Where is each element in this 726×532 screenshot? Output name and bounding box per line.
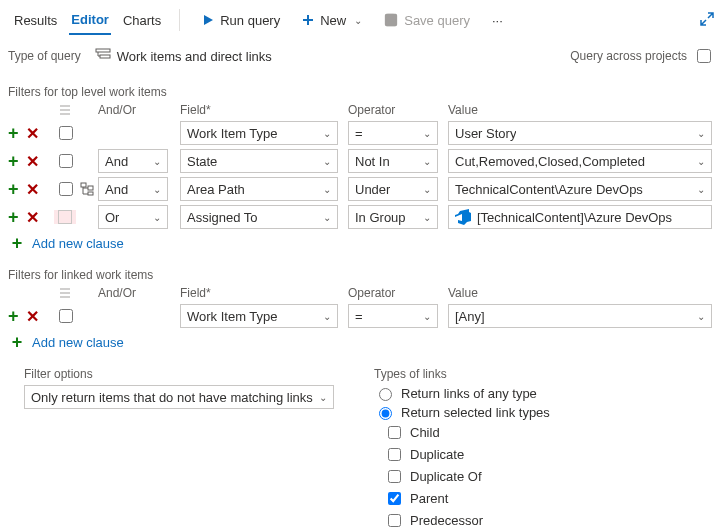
add-clause-icon[interactable]: + xyxy=(8,179,19,199)
plus-icon: + xyxy=(8,233,26,254)
radio-any-label: Return links of any type xyxy=(401,386,537,401)
clause-row: + ✕ Work Item Type ⌄ = ⌄ [Any] ⌄ xyxy=(0,302,726,330)
azure-devops-icon xyxy=(455,209,471,225)
andor-select[interactable]: Or ⌄ xyxy=(98,205,168,229)
add-clause-icon[interactable]: + xyxy=(8,123,19,143)
link-type-checkbox[interactable] xyxy=(388,514,401,527)
group-checkbox[interactable] xyxy=(54,179,76,199)
chevron-down-icon: ⌄ xyxy=(423,156,431,167)
value-select[interactable]: Cut,Removed,Closed,Completed ⌄ xyxy=(448,149,712,173)
value-select[interactable]: [Any] ⌄ xyxy=(448,304,712,328)
plus-icon: + xyxy=(8,332,26,353)
link-type-checkbox[interactable] xyxy=(388,448,401,461)
header-andor: And/Or xyxy=(98,103,180,117)
add-clause-linked[interactable]: + Add new clause xyxy=(0,330,124,359)
link-type-checkbox[interactable] xyxy=(388,426,401,439)
chevron-down-icon: ⌄ xyxy=(697,184,705,195)
radio-any-type[interactable] xyxy=(379,388,392,401)
group-checkbox[interactable] xyxy=(54,306,76,326)
chevron-down-icon: ⌄ xyxy=(697,311,705,322)
group-checkbox[interactable] xyxy=(54,151,76,171)
andor-select[interactable]: And ⌄ xyxy=(98,177,168,201)
play-icon xyxy=(202,14,214,26)
link-type-label: Duplicate Of xyxy=(410,469,482,484)
expand-button[interactable] xyxy=(700,12,714,29)
linked-filters-header: And/Or Field* Operator Value xyxy=(0,284,726,302)
operator-select[interactable]: Not In ⌄ xyxy=(348,149,438,173)
top-filters-caption: Filters for top level work items xyxy=(0,77,726,101)
add-clause-top[interactable]: + Add new clause xyxy=(0,231,124,260)
operator-select[interactable]: In Group ⌄ xyxy=(348,205,438,229)
add-clause-icon[interactable]: + xyxy=(8,151,19,171)
svg-rect-5 xyxy=(81,183,86,187)
chevron-down-icon: ⌄ xyxy=(354,15,362,26)
filter-options-select[interactable]: Only return items that do not have match… xyxy=(24,385,334,409)
svg-rect-2 xyxy=(388,21,395,26)
chevron-down-icon: ⌄ xyxy=(423,184,431,195)
add-clause-icon[interactable]: + xyxy=(8,306,19,326)
query-type-value[interactable]: Work items and direct links xyxy=(117,49,272,64)
new-button[interactable]: New ⌄ xyxy=(296,9,368,32)
save-query-label: Save query xyxy=(404,13,470,28)
expand-icon xyxy=(700,12,714,26)
remove-clause-icon[interactable]: ✕ xyxy=(26,125,39,142)
header-operator: Operator xyxy=(348,286,448,300)
value-select[interactable]: TechnicalContent\Azure DevOps ⌄ xyxy=(448,177,712,201)
query-type-label: Type of query xyxy=(8,49,81,63)
link-type-checkbox[interactable] xyxy=(388,492,401,505)
operator-select[interactable]: = ⌄ xyxy=(348,304,438,328)
svg-rect-3 xyxy=(96,49,110,52)
remove-clause-icon[interactable]: ✕ xyxy=(26,181,39,198)
radio-selected-label: Return selected link types xyxy=(401,405,550,420)
field-select[interactable]: State ⌄ xyxy=(180,149,338,173)
radio-selected-types[interactable] xyxy=(379,407,392,420)
tab-editor[interactable]: Editor xyxy=(69,6,111,35)
group-icon xyxy=(54,288,76,298)
group-checkbox[interactable] xyxy=(54,210,76,224)
tab-results[interactable]: Results xyxy=(12,7,59,34)
value-input[interactable]: [TechnicalContent]\Azure DevOps xyxy=(448,205,712,229)
add-clause-label: Add new clause xyxy=(32,335,124,350)
remove-clause-icon[interactable]: ✕ xyxy=(26,153,39,170)
link-type-label: Parent xyxy=(410,491,448,506)
toolbar: Results Editor Charts Run query New ⌄ Sa… xyxy=(0,0,726,40)
group-icon xyxy=(54,105,76,115)
value-select[interactable]: User Story ⌄ xyxy=(448,121,712,145)
svg-rect-6 xyxy=(88,186,93,190)
more-actions-button[interactable]: ··· xyxy=(486,9,509,32)
operator-select[interactable]: Under ⌄ xyxy=(348,177,438,201)
link-type-label: Duplicate xyxy=(410,447,464,462)
remove-clause-icon[interactable]: ✕ xyxy=(26,308,39,325)
query-type-row: Type of query Work items and direct link… xyxy=(0,40,726,77)
link-type-checkbox[interactable] xyxy=(388,470,401,483)
direct-links-icon xyxy=(95,48,111,65)
chevron-down-icon: ⌄ xyxy=(423,128,431,139)
tree-icon[interactable] xyxy=(76,182,98,196)
run-query-button[interactable]: Run query xyxy=(196,9,286,32)
field-select[interactable]: Area Path ⌄ xyxy=(180,177,338,201)
group-checkbox[interactable] xyxy=(54,123,76,143)
cross-projects-checkbox[interactable] xyxy=(697,49,711,63)
chevron-down-icon: ⌄ xyxy=(697,128,705,139)
clause-row: + ✕ And ⌄ State ⌄ Not In ⌄ Cut,Removed,C… xyxy=(0,147,726,175)
chevron-down-icon: ⌄ xyxy=(323,128,331,139)
field-select[interactable]: Assigned To ⌄ xyxy=(180,205,338,229)
field-select[interactable]: Work Item Type ⌄ xyxy=(180,304,338,328)
chevron-down-icon: ⌄ xyxy=(323,184,331,195)
field-select[interactable]: Work Item Type ⌄ xyxy=(180,121,338,145)
tab-charts[interactable]: Charts xyxy=(121,7,163,34)
linked-filters-caption: Filters for linked work items xyxy=(0,260,726,284)
new-label: New xyxy=(320,13,346,28)
bottom-options: Filter options Only return items that do… xyxy=(0,359,726,532)
chevron-down-icon: ⌄ xyxy=(423,311,431,322)
andor-select[interactable]: And ⌄ xyxy=(98,149,168,173)
separator xyxy=(179,9,180,31)
run-query-label: Run query xyxy=(220,13,280,28)
remove-clause-icon[interactable]: ✕ xyxy=(26,209,39,226)
chevron-down-icon: ⌄ xyxy=(697,156,705,167)
save-query-button: Save query xyxy=(378,9,476,32)
operator-select[interactable]: = ⌄ xyxy=(348,121,438,145)
add-clause-icon[interactable]: + xyxy=(8,207,19,227)
header-field: Field* xyxy=(180,103,348,117)
chevron-down-icon: ⌄ xyxy=(323,156,331,167)
